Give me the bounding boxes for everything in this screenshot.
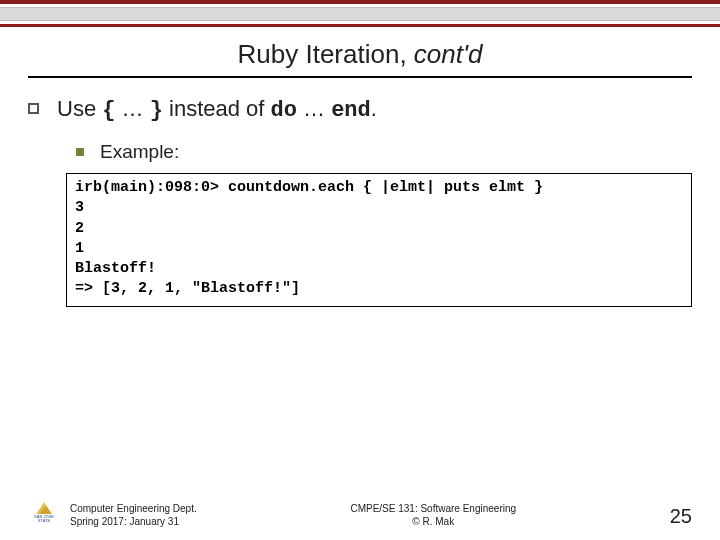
code-example: irb(main):098:0> countdown.each { |elmt|…	[66, 173, 692, 307]
title-underline	[28, 76, 692, 78]
sub-bullet-item: Example:	[76, 141, 692, 163]
course-line: CMPE/SE 131: Software Engineering	[197, 503, 670, 516]
code-part: }	[150, 98, 163, 123]
header-bars	[0, 0, 720, 27]
bullet-icon	[28, 103, 39, 114]
accent-bar-bottom	[0, 24, 720, 27]
text-part: .	[371, 96, 377, 121]
bullet-item: Use { … } instead of do … end.	[28, 96, 692, 123]
accent-bar-top	[0, 0, 720, 4]
footer: SAN JOSE STATE Computer Engineering Dept…	[0, 502, 720, 528]
text-part: instead of	[163, 96, 271, 121]
text-part: …	[115, 96, 149, 121]
bullet-text: Use { … } instead of do … end.	[57, 96, 377, 123]
code-part: {	[102, 98, 115, 123]
text-part: …	[297, 96, 331, 121]
date-line: Spring 2017: January 31	[70, 516, 197, 529]
sub-bullet-text: Example:	[100, 141, 179, 163]
slide-title: Ruby Iteration, cont'd	[0, 39, 720, 70]
page-number: 25	[670, 505, 692, 528]
content-area: Use { … } instead of do … end. Example: …	[0, 96, 720, 307]
dept-line: Computer Engineering Dept.	[70, 503, 197, 516]
title-text: Ruby Iteration,	[238, 39, 414, 69]
footer-center: CMPE/SE 131: Software Engineering © R. M…	[197, 503, 670, 528]
grey-bar	[0, 7, 720, 21]
text-part: Use	[57, 96, 102, 121]
logo-text: SAN JOSE STATE	[28, 515, 60, 523]
title-italic: cont'd	[414, 39, 483, 69]
code-part: end	[331, 98, 371, 123]
footer-left: SAN JOSE STATE Computer Engineering Dept…	[28, 502, 197, 528]
code-part: do	[271, 98, 297, 123]
footer-left-text: Computer Engineering Dept. Spring 2017: …	[70, 503, 197, 528]
university-logo: SAN JOSE STATE	[28, 502, 60, 528]
logo-icon	[33, 502, 55, 514]
sub-bullet-icon	[76, 148, 84, 156]
copyright-line: © R. Mak	[197, 516, 670, 529]
